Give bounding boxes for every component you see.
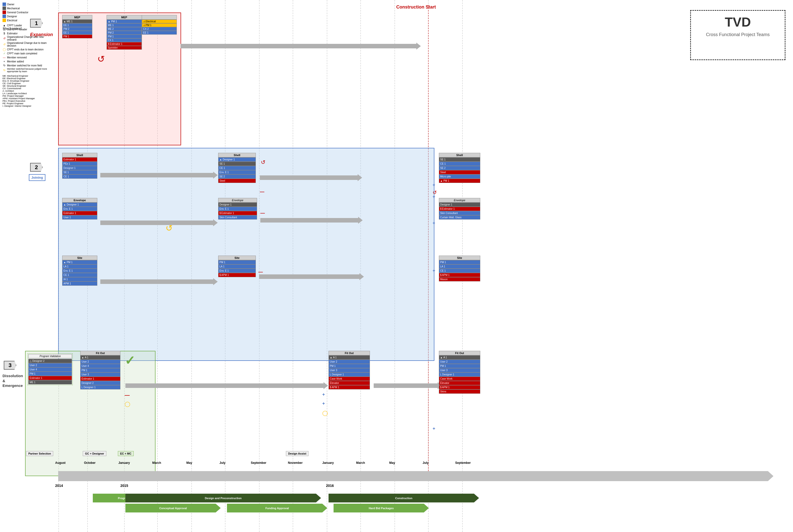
shell-p2-enve1: Env. E 1 [218, 170, 256, 174]
fo-p1-user4: User 4 [80, 364, 121, 368]
member-judged-label: Member switched because judged more appr… [7, 68, 53, 73]
fo-p2-apm1: $APM 1 [329, 385, 370, 390]
mep-col2-cx2: CX 2 [142, 27, 177, 31]
envelope-phase1: Envelope ▲Designer 1 Env. E 1 Estimator … [62, 198, 97, 220]
arrow-site-2-3-head [359, 273, 364, 280]
fo-p3-apm1: $APM 1 [439, 385, 480, 390]
mep-col2-headers: MEP [107, 15, 177, 20]
month-jan16: January [322, 461, 334, 464]
arrow-section1 [181, 44, 416, 49]
legend-cfpt-ends: ◯ CFPT ends due to team decision [2, 48, 53, 51]
gc-designer-badge: GC + Designer [83, 451, 106, 456]
month-aug: August [55, 461, 66, 464]
phase-1-container: 1 [30, 19, 43, 27]
site-p1-la1: LA 1 [62, 264, 97, 269]
mechanical-label-top: Mechanical [3, 26, 22, 31]
fo-p3-pm1: PM 1 [439, 364, 480, 368]
site-p2-minus: — [258, 269, 263, 274]
month-sep15: September [251, 461, 266, 464]
abbr-apm: APM: Assistant Project Manager [2, 97, 53, 100]
shell-p3-org-change: ↺ [432, 189, 437, 195]
shell-p2-se2: SE 2 [218, 174, 256, 179]
pv-header: Program Validation [28, 354, 72, 358]
fo-p1-designer2: Designer 2 [80, 381, 121, 385]
mep-col1-me1: ▲ME 1 [62, 20, 92, 23]
mep-col1-ee1b: EE 1 [62, 31, 92, 35]
shell-p1-designer: Designer 1 [62, 166, 97, 170]
tvd-box: TVD Cross Functional Project Teams [690, 10, 786, 60]
mep-col2-pm2: PM 2 [107, 31, 142, 35]
shell-p3-micropile: Micro pile [439, 174, 480, 179]
mep-col2-main-header: MEP [107, 15, 142, 19]
month-mar16: March [356, 461, 365, 464]
fo-p3-ldesigner: L Designer 1 [439, 373, 480, 377]
legend-gc: General Contractor [2, 11, 53, 14]
legend-cfpt-complete: ✓ CFPT main task completed [2, 52, 53, 55]
fo-p1-pm1: PM 1 [80, 368, 121, 373]
env-p1-estimator: Estimator 1 [62, 211, 97, 215]
abbr-id: I. Designer: Interior Designer [2, 105, 53, 107]
abbr-ce: CE: Civil Engineer [2, 82, 53, 85]
ec-mc-badge: EC + MC [118, 451, 134, 456]
member-added-label: Member added [7, 60, 24, 63]
red-circular-arrow: ↺ [97, 54, 105, 64]
tvd-subtitle: Cross Functional Project Teams [695, 32, 781, 37]
month-may15: May [186, 461, 192, 464]
org-change-red-symbol: ↺ [2, 37, 6, 40]
site-p3-mason: Mason [439, 277, 480, 281]
phase-3-arrow: 3 [4, 361, 16, 369]
fitout-phase3: Fit Out ▲A 1 User 2 PM 1 User 3 L Design… [439, 351, 480, 394]
env-p2-enve1: Env. E 1 [218, 207, 257, 211]
site-phase1: Site ▲PM 1 LA 1 Env. E 1 CE 1 IA 1 APM 1 [62, 255, 97, 286]
fo-p2-ldesigner: L Designer 1 [329, 373, 370, 377]
arrow-site-1-2-head [213, 278, 218, 285]
arrow-site-2-3 [259, 274, 359, 279]
mep-col2-pm1-yellow: ⚠PM 1 [142, 23, 177, 27]
shell-p1-estimator: Estimator 1 [62, 157, 97, 162]
legend: Owner Mechanical General Contractor Desi… [2, 2, 53, 107]
fo-p3-casework: Case Work [439, 377, 480, 381]
site-p1-pm1: ▲PM 1 [62, 260, 97, 264]
phase-3-container: 3 [4, 361, 16, 369]
fo-p2-user2: User 2 [329, 360, 370, 364]
legend-member-removed: — Member removed [2, 56, 53, 59]
mep-col1-pm2: PM 2 [62, 27, 92, 31]
cfpt-ends-label: CFPT ends due to team decision [7, 48, 43, 51]
legend-mechanical-color [2, 6, 6, 10]
fo-p2-elevator: Elevator [329, 381, 370, 385]
fo-p2-yellow-circle: ◯ [322, 410, 328, 416]
legend-member-switched: ↻ Member switched for more field [2, 64, 53, 67]
fo-p2-plus2: + [322, 401, 325, 406]
arrow-shell-2-3 [260, 175, 357, 180]
site-p3-pm1: PM 1 [439, 260, 480, 264]
member-removed-symbol: — [2, 56, 6, 59]
env-p2-estimator: $Estimator 1 [218, 211, 257, 215]
fo-p2-plus1: + [322, 392, 325, 397]
shell-p3-steel: Steel [439, 170, 480, 174]
year-2016: 2016 [326, 483, 334, 488]
env-p2-header: Envelope [218, 198, 257, 203]
mep-col1-header: MEP [62, 15, 92, 20]
pv-pm1: PM 1 [28, 372, 72, 376]
estimator-symbol: $ [2, 32, 6, 35]
yellow-circular-arrow-s2: ↺ [166, 223, 172, 233]
abbr-ee: EE: Electrical Engineer [2, 77, 53, 80]
arrow-env-2-3 [260, 218, 358, 223]
phase-2-arrow: 2 [30, 163, 43, 172]
mep-col2-sprinkler: Sprinkler [107, 46, 142, 50]
mep-col2-body: ▲PM 1 ME 1 ME 2 PM 2 PM 1 CX 1 $Estimato… [107, 20, 177, 50]
env-p3-estimator: $Estimator 1 [439, 207, 480, 211]
month-jan15: January [118, 461, 130, 464]
fitout-checkmark: ✓ [125, 353, 135, 368]
shell-phase2: Shell ▲Designer 1 SE 1 CE 1 Env. E 1 SE … [218, 153, 256, 183]
year-2014: 2014 [55, 483, 63, 488]
legend-electrical: Electrical [2, 19, 53, 22]
month-nov15: November [288, 461, 303, 464]
site-phase2: Site PM 1 LA 1 Env. E 1 $APM 1 [218, 255, 256, 277]
fo-p3-a1: ▲A 1 [439, 355, 480, 360]
arrow-shell-2-3-head [357, 174, 362, 181]
arrow-env-1-2 [100, 221, 213, 225]
partner-selection-badge: Partner Selection [26, 451, 53, 456]
mep-col1-ee1: EE 1 [62, 23, 92, 27]
abbr-enve: Env. E: Envelope Engineer [2, 80, 53, 82]
